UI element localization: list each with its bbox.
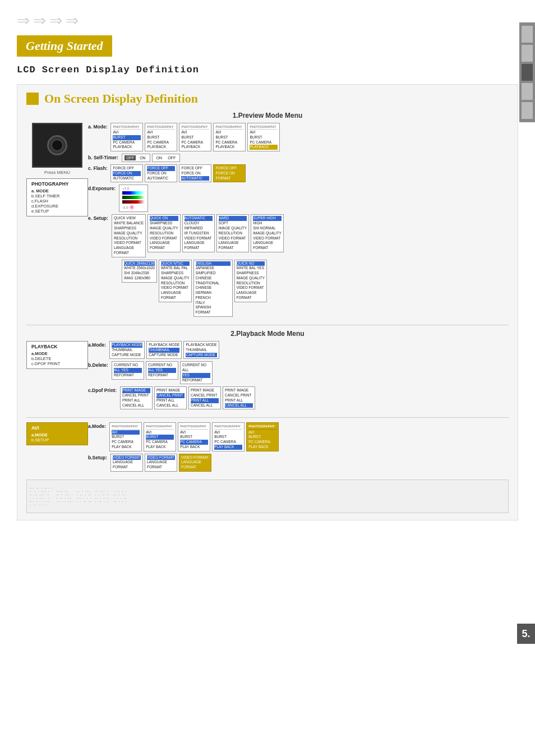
lcd-heading: LCD Screen Display Definition bbox=[17, 64, 518, 75]
playback-delete-row: b.Delete: CURRENT NO ALL YES REFORMAT CU… bbox=[88, 361, 509, 384]
dpof-box-4: PRINT IMAGE CANCEL PRINT PRINT ALL CANCE… bbox=[223, 386, 255, 409]
playback-item-b: b.DELETE bbox=[31, 356, 83, 361]
avi-setup-row: b.Setup: VIDEO FORMAT LANGUAGE FORMAT VI… bbox=[88, 454, 509, 472]
preview-left: Press MENU PHOTOGRAPHY a. MODE b.SELF TI… bbox=[26, 123, 88, 319]
timer-box-2: ON OFF bbox=[152, 154, 181, 162]
delete-box-1: CURRENT NO ALL YES REFORMAT bbox=[112, 361, 144, 379]
playback-mode-box-2: PLAYBACK MODE THUMBNAIL CAPTURE MODE bbox=[146, 341, 182, 359]
playback-dpof-row: c.Dpof Print: PRINT IMAGE CANCEL PRINT P… bbox=[88, 386, 509, 409]
dpof-box-3: PRINT IMAGE CANCEL PRINT PRINT ALL CANCE… bbox=[188, 386, 221, 409]
mode-box-3: PHOTOGRAPHY AVI BURST PC CAMERA PLAYBACK bbox=[179, 123, 211, 151]
preview-setup-row: e. Setup: QUICK VIEW WHITE BALANCE SHARP… bbox=[88, 214, 509, 257]
page-number-badge: 5. bbox=[517, 624, 535, 644]
playback-section: 2.Playback Mode Menu PLAYBACK a.MODE b.D… bbox=[26, 330, 509, 412]
playback-right: a.Mode: PLAYBACK MODE THUMBNAIL CAPTURE … bbox=[88, 341, 509, 412]
press-menu-label: Press MENU bbox=[44, 170, 70, 175]
exposure-label: d.Exposure: bbox=[88, 185, 116, 191]
photo-item-e: e.SETUP bbox=[31, 209, 83, 214]
photography-panel: PHOTOGRAPHY a. MODE b.SELF TIMER c.FLASH… bbox=[26, 178, 88, 216]
playback-item-a: a.MODE bbox=[31, 351, 83, 356]
thumb-2: .... .. .. . ... . . .. . .. .. . . ... bbox=[56, 490, 73, 503]
avi-mode-boxes: PHOTOGRAPHY AVI BURST PC CAMERA PLAY BAC… bbox=[109, 422, 279, 451]
avi-setup-box-3: VIDEO FORMAT LANGUAGE FORMAT bbox=[179, 454, 211, 472]
page-tab-4 bbox=[522, 83, 533, 100]
page-tab-3 bbox=[522, 64, 533, 81]
avi-mode-box-2: PHOTOGRAPHY AVI BURST PC CAMERA PLAY BAC… bbox=[144, 422, 176, 451]
setup-box-4: HARD SOFT IMAGE QUALITY RESOLUTION VIDEO… bbox=[216, 214, 250, 252]
timer-label: b. Self-Timer: bbox=[88, 154, 118, 160]
setup-boxes-2: QUICK 2848x2136 WHITE 2560x1920 SHI 2048… bbox=[122, 260, 267, 317]
flash-boxes: FORCE OFF FORCE ON AUTOMATIC FORCE OFF F… bbox=[110, 164, 246, 182]
photo-item-a: a. MODE bbox=[31, 188, 83, 193]
playback-section-title: 2.Playback Mode Menu bbox=[26, 330, 509, 338]
preview-section: 1.Preview Mode Menu Press MENU bbox=[26, 112, 509, 319]
avi-panel-title: AVI bbox=[31, 425, 83, 431]
delete-box-2: CURRENT NO ALL YES REFORMAT bbox=[146, 361, 178, 379]
avi-mode-box-1: PHOTOGRAPHY AVI BURST PC CAMERA PLAY BAC… bbox=[109, 422, 142, 451]
setup-ntsc-box: QUICK NTSC WHITE BAL PAL SHARPNESS IMAGE… bbox=[159, 260, 192, 302]
page-tab-2 bbox=[522, 45, 533, 62]
header-arrows: ⇒ ⇒ ⇒ ⇒ bbox=[17, 11, 518, 30]
setup-box-1: QUICK VIEW WHITE BALANCE SHARPNESS IMAGE… bbox=[112, 214, 146, 257]
dpof-box-1: PRINT IMAGE CANCEL PRINT PRINT ALL CANCE… bbox=[120, 386, 153, 409]
mode-box-1: PHOTOGRAPHY AVI BURST PC CAMERA PLAYBACK bbox=[110, 123, 143, 151]
photography-panel-title: PHOTOGRAPHY bbox=[31, 181, 83, 187]
playback-dpof-boxes: PRINT IMAGE CANCEL PRINT PRINT ALL CANCE… bbox=[120, 386, 255, 409]
osd-yellow-box bbox=[26, 93, 39, 105]
preview-exposure-row: d.Exposure: +7.0 -2.0 🌸 bbox=[88, 185, 509, 212]
playback-mode-box-3: PLAYBACK MODE THUMBNAIL CAPTURE MODE bbox=[183, 341, 219, 359]
setup-box-3: AUTOMATIC CLOUDY INFRARED IR TUNGSTEN VI… bbox=[182, 214, 215, 252]
camera-box bbox=[32, 123, 82, 168]
playback-diagram: PLAYBACK a.MODE b.DELETE c.DPOF PRINT a.… bbox=[26, 341, 509, 412]
thumb-1: ... .. . ... . . . . ... . .. .. ... .. … bbox=[29, 486, 53, 506]
arrow-2: ⇒ bbox=[33, 11, 46, 30]
setup-box-2: QUICK ON SHARPNESS IMAGE QUALITY RESOLUT… bbox=[147, 214, 181, 252]
playback-delete-boxes: CURRENT NO ALL YES REFORMAT CURRENT NO A… bbox=[112, 361, 213, 384]
mode-box-5: PHOTOGRAPHY AVI BURST PC CAMERA PLAYBACK bbox=[247, 123, 280, 151]
mode-boxes: PHOTOGRAPHY AVI BURST PC CAMERA PLAYBACK… bbox=[110, 123, 280, 151]
playback-panel-title: PLAYBACK bbox=[31, 344, 83, 349]
avi-left: AVI a.MODE b.SETUP bbox=[26, 422, 88, 473]
avi-mode-box-3: PHOTOGRAPHY AVI BURST PC CAMERA PLAY BAC… bbox=[178, 422, 210, 451]
mode-label: a. Mode: bbox=[88, 123, 107, 130]
page-tab-1 bbox=[522, 26, 533, 43]
timer-box-1: OFF ON bbox=[122, 154, 150, 162]
avi-mode-box-4: PHOTOGRAPHY AVI BURST PC CAMERA PLAY BAC… bbox=[212, 422, 245, 451]
setup-lang-box: ENGLISH JAPANESE SIMPLIFIED CHINESE TRAD… bbox=[193, 260, 233, 317]
preview-mode-row: a. Mode: PHOTOGRAPHY AVI BURST PC CAMERA… bbox=[88, 123, 509, 151]
arrow-3: ⇒ bbox=[49, 11, 62, 30]
avi-mode-label: a.Mode: bbox=[88, 422, 106, 429]
bottom-thumbnails: ... .. . ... . . . . ... . .. .. ... .. … bbox=[26, 480, 509, 513]
exposure-boxes: +7.0 -2.0 🌸 bbox=[119, 185, 148, 212]
preview-section-title: 1.Preview Mode Menu bbox=[26, 112, 509, 119]
arrow-1: ⇒ bbox=[17, 11, 30, 30]
dpof-box-2: PRINT IMAGE CANCEL PRINT PRINT ALL CANCE… bbox=[154, 386, 187, 409]
osd-section: On Screen Display Definition 1.Preview M… bbox=[17, 84, 518, 520]
avi-setup-box-1: VIDEO FORMAT LANGUAGE FORMAT bbox=[110, 454, 143, 472]
flash-box-2: FORCE OFF FORCE ON AUTOMATIC bbox=[145, 164, 177, 182]
setup-boxes: QUICK VIEW WHITE BALANCE SHARPNESS IMAGE… bbox=[112, 214, 284, 257]
preview-right: a. Mode: PHOTOGRAPHY AVI BURST PC CAMERA… bbox=[88, 123, 509, 319]
osd-title: On Screen Display Definition bbox=[44, 91, 198, 106]
preview-diagram: Press MENU PHOTOGRAPHY a. MODE b.SELF TI… bbox=[26, 123, 509, 319]
page-indicator bbox=[519, 22, 535, 122]
avi-setup-box-2: VIDEO FORMAT LANGUAGE FORMAT bbox=[145, 454, 177, 472]
mode-box-2: PHOTOGRAPHY AVI BURST PC CAMERA PLAYBACK bbox=[145, 123, 177, 151]
mode-box-4: PHOTOGRAPHY AVI BURST PC CAMERA PLAYBACK bbox=[213, 123, 246, 151]
avi-panel: AVI a.MODE b.SETUP bbox=[26, 422, 88, 445]
setup-noyes-box: QUICK NO WHITE BAL YES SHARPNESS IMAGE Q… bbox=[234, 260, 268, 302]
camera-lens bbox=[47, 135, 67, 155]
playback-item-c: c.DPOF PRINT bbox=[31, 361, 83, 366]
divider-1 bbox=[26, 325, 509, 325]
flash-box-4: FORCE OFF FORCE ON FORMAT bbox=[213, 164, 246, 182]
setup-box-5: SUPER HIGH HIGH SHI NORMAL IMAGE QUALITY… bbox=[251, 214, 284, 252]
divider-2 bbox=[26, 417, 509, 418]
page-tab-5 bbox=[522, 102, 533, 119]
playback-mode-boxes: PLAYBACK MODE THUMBNAIL CAPTURE MODE PLA… bbox=[109, 341, 219, 359]
avi-diagram: AVI a.MODE b.SETUP a.Mode: PHOTOGR bbox=[26, 422, 509, 473]
osd-title-bar: On Screen Display Definition bbox=[26, 91, 509, 106]
preview-setup-row2: QUICK 2848x2136 WHITE 2560x1920 SHI 2048… bbox=[88, 260, 509, 317]
page-container: ⇒ ⇒ ⇒ ⇒ Getting Started LCD Screen Displ… bbox=[0, 0, 535, 756]
preview-flash-row: c. Flash: FORCE OFF FORCE ON AUTOMATIC F… bbox=[88, 164, 509, 182]
setup-label: e. Setup: bbox=[88, 214, 108, 221]
